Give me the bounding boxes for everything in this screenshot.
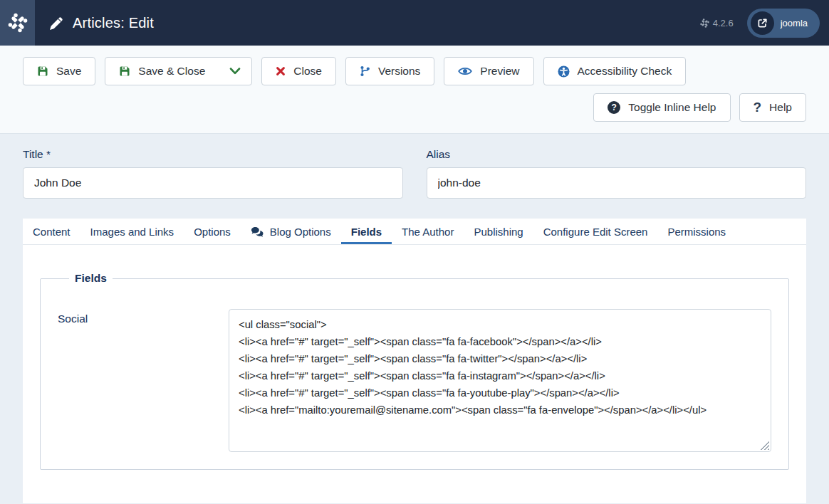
universal-access-icon (558, 65, 570, 78)
page-title: Articles: Edit (73, 15, 154, 31)
toggle-inline-help-label: Toggle Inline Help (628, 101, 716, 114)
top-bar: Articles: Edit 4.2.6 (0, 0, 829, 46)
edit-tabs-region: Content Images and Links Options Blog Op… (23, 219, 806, 503)
eye-icon (458, 66, 472, 76)
close-button[interactable]: Close (261, 57, 336, 85)
user-menu-button[interactable]: joomla (747, 9, 820, 38)
versions-label: Versions (378, 65, 420, 78)
save-floppy-icon (119, 65, 130, 77)
alias-input[interactable] (427, 167, 807, 199)
social-field-label: Social (58, 309, 229, 325)
article-form-header: Title * Alias (0, 134, 829, 199)
close-label: Close (293, 65, 322, 78)
fields-fieldset: Fields Social <ul class="social"> <li><a… (40, 272, 789, 470)
tab-content[interactable]: Content (23, 219, 80, 244)
tab-publishing[interactable]: Publishing (464, 219, 533, 244)
fields-tab-panel: Fields Social <ul class="social"> <li><a… (23, 245, 806, 503)
version-text: 4.2.6 (713, 18, 734, 28)
save-floppy-icon (37, 65, 48, 77)
user-menu-label: joomla (781, 18, 808, 28)
save-label: Save (56, 65, 81, 78)
preview-button[interactable]: Preview (444, 57, 533, 85)
tab-label: Configure Edit Screen (543, 226, 648, 238)
tab-options[interactable]: Options (184, 219, 241, 244)
alias-label: Alias (427, 148, 807, 161)
help-button[interactable]: ? Help (739, 93, 807, 122)
tab-label: The Author (402, 226, 454, 238)
joomla-mini-icon (700, 19, 709, 28)
title-field-group: Title * (23, 148, 403, 199)
question-circle-icon: ? (608, 101, 620, 114)
alias-field-group: Alias (427, 148, 807, 199)
toolbar-row-help: ? Toggle Inline Help ? Help (23, 93, 806, 122)
tab-label: Options (194, 226, 231, 238)
close-x-icon (276, 66, 286, 76)
title-label: Title * (23, 148, 403, 161)
comments-icon (251, 226, 264, 238)
joomla-logo-icon (8, 13, 28, 33)
title-input[interactable] (23, 167, 403, 199)
social-textarea[interactable]: <ul class="social"> <li><a href="#" targ… (229, 309, 771, 452)
tab-label: Blog Options (270, 226, 331, 238)
tab-label: Fields (351, 226, 382, 238)
tab-label: Permissions (667, 226, 726, 238)
preview-label: Preview (480, 65, 519, 78)
help-label: Help (769, 101, 792, 114)
tab-blog-options[interactable]: Blog Options (241, 219, 341, 244)
save-button[interactable]: Save (23, 57, 95, 85)
tab-fields[interactable]: Fields (341, 219, 392, 244)
social-textarea-wrapper: <ul class="social"> <li><a href="#" targ… (229, 309, 771, 452)
accessibility-check-label: Accessibility Check (578, 65, 672, 78)
social-field-row: Social <ul class="social"> <li><a href="… (58, 309, 771, 452)
external-link-icon (751, 11, 774, 35)
fields-legend: Fields (69, 272, 113, 285)
joomla-logo (0, 0, 35, 46)
joomla-version: 4.2.6 (700, 18, 734, 28)
versions-button[interactable]: Versions (345, 57, 434, 85)
edit-pencil-icon (50, 16, 63, 30)
code-branch-icon (360, 65, 370, 77)
top-bar-right: 4.2.6 joomla (700, 9, 829, 38)
question-mark-icon: ? (754, 100, 762, 115)
tab-label: Content (33, 226, 71, 238)
accessibility-check-button[interactable]: Accessibility Check (543, 57, 687, 85)
tab-configure-edit-screen[interactable]: Configure Edit Screen (533, 219, 658, 244)
tab-images-and-links[interactable]: Images and Links (80, 219, 184, 244)
tab-bar: Content Images and Links Options Blog Op… (23, 219, 806, 245)
chevron-down-icon (229, 68, 241, 75)
tab-permissions[interactable]: Permissions (657, 219, 736, 244)
toggle-inline-help-button[interactable]: ? Toggle Inline Help (593, 93, 730, 122)
toolbar: Save Save & Close Clos (0, 46, 829, 134)
tab-the-author[interactable]: The Author (392, 219, 464, 244)
save-and-close-split-button: Save & Close (105, 57, 252, 85)
tab-label: Images and Links (90, 226, 174, 238)
tab-label: Publishing (474, 226, 523, 238)
toolbar-row-primary: Save Save & Close Clos (23, 57, 806, 85)
save-and-close-label: Save & Close (138, 65, 205, 78)
save-options-dropdown-toggle[interactable] (219, 58, 251, 85)
save-and-close-button[interactable]: Save & Close (105, 58, 219, 85)
